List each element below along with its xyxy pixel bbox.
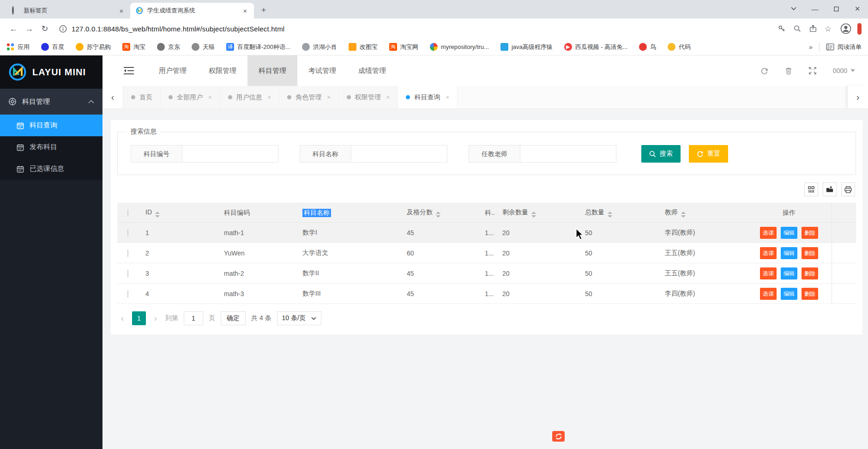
edit-button[interactable]: 编辑: [781, 288, 797, 300]
bookmark-item[interactable]: 天猫: [192, 43, 215, 51]
page-size-select[interactable]: 10 条/页: [277, 311, 321, 325]
col-id[interactable]: ID: [139, 208, 217, 218]
delete-button[interactable]: 删除: [802, 247, 818, 259]
col-teacher[interactable]: 教师: [658, 208, 747, 218]
user-dropdown[interactable]: 0000: [833, 67, 855, 74]
current-page-button[interactable]: 1: [132, 311, 146, 325]
reading-list-button[interactable]: 阅读清单: [826, 43, 862, 51]
bookmark-item[interactable]: 译百度翻译-200种语...: [226, 43, 290, 51]
sidebar-item[interactable]: 已选课信息: [0, 158, 102, 180]
select-course-button[interactable]: 选课: [760, 267, 777, 279]
tab-close-icon[interactable]: ×: [268, 94, 271, 101]
page-tab[interactable]: 科目查询×: [398, 86, 458, 109]
bookmark-item[interactable]: 苏宁易购: [76, 43, 111, 51]
new-tab-button[interactable]: +: [257, 3, 271, 17]
tab-close-icon[interactable]: ×: [327, 94, 331, 101]
zoom-icon[interactable]: [793, 24, 802, 33]
row-checkbox[interactable]: [127, 249, 128, 257]
search-button[interactable]: 搜索: [641, 145, 681, 163]
col-code[interactable]: 科目编码: [217, 209, 295, 217]
col-remain[interactable]: 剩余数量: [499, 208, 578, 218]
row-checkbox[interactable]: [127, 290, 128, 297]
edit-button[interactable]: 编辑: [781, 247, 797, 259]
browser-menu-update-icon[interactable]: [857, 23, 862, 35]
browser-tab-app[interactable]: 学生成绩查询系统 ×: [130, 3, 254, 18]
bookmark-star-icon[interactable]: ☆: [825, 24, 832, 34]
topnav-item[interactable]: 权限管理: [198, 55, 247, 86]
edit-button[interactable]: 编辑: [781, 227, 797, 239]
refresh-icon[interactable]: [760, 67, 768, 75]
export-button[interactable]: [823, 182, 837, 196]
sidebar-item[interactable]: 发布科目: [0, 136, 102, 158]
select-all-checkbox[interactable]: [127, 209, 128, 217]
bookmark-item[interactable]: 改图宝: [349, 43, 378, 51]
print-button[interactable]: [841, 182, 855, 196]
page-tab[interactable]: 全部用户×: [161, 86, 220, 109]
bookmark-item[interactable]: 鸟: [639, 43, 656, 51]
tab-close-icon[interactable]: ×: [241, 7, 249, 15]
row-checkbox[interactable]: [127, 229, 128, 237]
tabs-scroll-left-button[interactable]: ‹: [102, 86, 123, 109]
reset-button[interactable]: 重置: [689, 145, 728, 163]
page-tab[interactable]: 用户信息×: [220, 86, 280, 109]
password-key-icon[interactable]: [778, 24, 786, 33]
tab-close-icon[interactable]: ×: [117, 7, 126, 15]
col-pass[interactable]: 及格分数: [400, 208, 480, 218]
address-input[interactable]: 127.0.0.1:8848/bs_web/html/home.html#/su…: [54, 21, 837, 36]
sidebar-item-subject-management[interactable]: 科目管理: [0, 89, 102, 115]
edit-button[interactable]: 编辑: [781, 267, 797, 279]
collapse-menu-icon[interactable]: [124, 67, 134, 75]
select-course-button[interactable]: 选课: [760, 288, 777, 300]
window-maximize-button[interactable]: [826, 0, 847, 18]
goto-page-input[interactable]: [184, 311, 203, 325]
delete-button[interactable]: 删除: [802, 288, 818, 300]
share-icon[interactable]: [809, 24, 817, 33]
tabs-scroll-right-button[interactable]: ›: [847, 86, 868, 109]
browser-tab-newtab[interactable]: 新标签页 ×: [6, 3, 130, 18]
next-page-button[interactable]: ›: [151, 313, 160, 323]
floating-logo-icon[interactable]: [552, 431, 565, 442]
col-name[interactable]: 科目名称: [295, 209, 400, 217]
window-minimize-button[interactable]: —: [804, 0, 826, 18]
trash-icon[interactable]: [785, 67, 792, 75]
delete-button[interactable]: 删除: [802, 267, 818, 279]
window-close-button[interactable]: ×: [847, 0, 868, 18]
topnav-item[interactable]: 用户管理: [148, 55, 198, 86]
row-checkbox[interactable]: [127, 270, 128, 277]
bookmark-item[interactable]: java高级程序猿: [500, 43, 553, 51]
col-total[interactable]: 总数量: [578, 208, 658, 218]
delete-button[interactable]: 删除: [802, 227, 818, 239]
filter-columns-button[interactable]: [804, 182, 818, 196]
tab-close-icon[interactable]: ×: [446, 94, 449, 101]
page-tab[interactable]: 权限管理×: [339, 86, 398, 109]
topnav-item[interactable]: 科目管理: [247, 55, 297, 86]
select-course-button[interactable]: 选课: [760, 227, 777, 239]
prev-page-button[interactable]: ‹: [118, 313, 127, 323]
sidebar-item[interactable]: 科目查询: [0, 115, 102, 136]
page-tab[interactable]: 首页: [123, 86, 161, 109]
tab-close-icon[interactable]: ×: [386, 94, 390, 101]
back-icon[interactable]: ←: [6, 22, 20, 36]
teacher-input[interactable]: [520, 145, 616, 163]
bookmark-item[interactable]: 淘淘宝网: [389, 43, 418, 51]
profile-avatar-icon[interactable]: [839, 22, 853, 36]
reload-icon[interactable]: ↻: [38, 22, 52, 36]
bookmark-item[interactable]: 淘淘宝: [122, 43, 145, 51]
goto-confirm-button[interactable]: 确定: [221, 311, 246, 325]
bookmark-item[interactable]: ▶西瓜视频 - 高清免...: [564, 43, 627, 51]
subject-name-input[interactable]: [351, 145, 447, 163]
topnav-item[interactable]: 考试管理: [297, 55, 347, 86]
page-tab[interactable]: 角色管理×: [279, 86, 339, 109]
page-info-icon[interactable]: [59, 25, 67, 33]
topnav-item[interactable]: 成绩管理: [347, 55, 397, 86]
tab-close-icon[interactable]: ×: [208, 94, 212, 101]
col-desc[interactable]: 科..: [480, 209, 499, 217]
select-course-button[interactable]: 选课: [760, 247, 777, 259]
tab-search-chevron-icon[interactable]: [783, 0, 804, 18]
bookmark-item[interactable]: 应用: [6, 43, 30, 51]
bookmark-item[interactable]: 洪湖小肖: [302, 43, 337, 51]
bookmark-item[interactable]: 京东: [157, 43, 180, 51]
subject-code-input[interactable]: [182, 145, 278, 163]
bookmark-item[interactable]: myrepository/tru...: [430, 43, 489, 51]
bookmark-item[interactable]: 百度: [41, 43, 64, 51]
